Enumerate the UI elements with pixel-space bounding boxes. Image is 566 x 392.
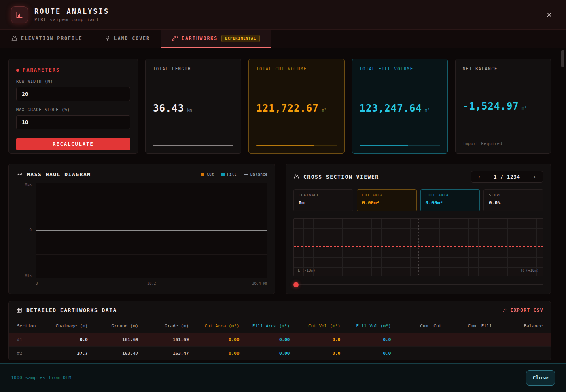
legend-label: Balance (250, 172, 267, 177)
stat-progress-bar (360, 145, 440, 146)
stat-value: 123,247.64 (360, 103, 422, 114)
chart-legend: Cut Fill Balance (201, 172, 267, 177)
right-axis-label: R (+10m) (521, 268, 539, 272)
x-tick-mid: 18.2 (147, 281, 156, 285)
stat-label: TOTAL LENGTH (153, 66, 233, 71)
modal-footer: 1000 samples from DEM Close (0, 363, 566, 392)
center-line (418, 219, 419, 276)
tab-label: EARTHWORKS (182, 36, 218, 41)
shovel-icon (172, 35, 178, 41)
slope-card: SLOPE 0.0% (483, 189, 543, 211)
mass-haul-panel: MASS HAUL DIAGRAM Cut Fill Balance Max 0… (8, 164, 275, 294)
parameters-panel: PARAMETERS ROW WIDTH (M) MAX GRADE SLOPE… (8, 59, 138, 154)
tab-bar: ELEVATION PROFILE LAND COVER EARTHWORKS … (0, 30, 566, 48)
modal-content: PARAMETERS ROW WIDTH (M) MAX GRADE SLOPE… (0, 48, 566, 363)
stat-label: NET BALANCE (463, 66, 543, 71)
table-row[interactable]: #2 37.7 163.47 163.47 0.00 0.00 0.0 0.0 … (9, 346, 551, 360)
earthworks-table-panel: DETAILED EARTHWORKS DATA EXPORT CSV Sect… (8, 301, 551, 360)
route-analysis-modal: ROUTE ANALYSIS PIRL saipem compliant ELE… (0, 0, 566, 392)
row-width-label: ROW WIDTH (M) (16, 79, 130, 84)
col-cum-cut: Cum. Cut (393, 319, 444, 333)
section-pager: ‹ 1 / 1234 › (471, 171, 543, 183)
stat-value: 121,722.67 (256, 103, 319, 114)
gridline (36, 254, 267, 255)
card-value: 0.00m² (362, 200, 411, 206)
stat-value: 36.43 (153, 103, 184, 114)
close-icon[interactable] (543, 9, 555, 21)
grade-line (294, 246, 543, 247)
mountain-icon (293, 174, 299, 180)
legend-cut: Cut (201, 172, 214, 177)
close-button[interactable]: Close (526, 370, 555, 386)
legend-label: Fill (227, 172, 237, 177)
slider-thumb[interactable] (293, 282, 299, 287)
max-grade-input[interactable] (16, 115, 130, 129)
tree-icon (104, 35, 110, 41)
col-chainage: Chainage (m) (40, 319, 90, 333)
card-label: SLOPE (489, 193, 538, 197)
mass-haul-chart: Max 0 Min 0 18.2 36.4 km (16, 183, 267, 287)
mountain-icon (11, 35, 17, 41)
gridline (36, 207, 267, 207)
experimental-badge: EXPERIMENTAL (221, 35, 260, 42)
left-axis-label: L (-10m) (298, 268, 315, 272)
col-fill-area: Fill Area (m²) (242, 319, 293, 333)
legend-label: Cut (207, 172, 214, 177)
recalculate-button[interactable]: RECALCULATE (16, 138, 130, 150)
y-tick-min: Min (25, 274, 32, 278)
next-section-button[interactable]: › (529, 174, 541, 180)
x-axis-labels: 0 18.2 36.4 km (36, 278, 267, 287)
cut-swatch-icon (201, 173, 204, 176)
row-width-input[interactable] (16, 87, 130, 101)
export-label: EXPORT CSV (511, 308, 543, 313)
cross-section-header: CROSS SECTION VIEWER ‹ 1 / 1234 › (293, 171, 543, 183)
fill-area-card: FILL AREA 0.00m² (420, 189, 480, 211)
red-dot-icon (16, 69, 19, 72)
tab-land-cover[interactable]: LAND COVER (93, 30, 161, 48)
table-column-headers: Section Chainage (m) Ground (m) Grade (m… (9, 319, 551, 333)
stat-total-fill-volume: TOTAL FILL VOLUME 123,247.64m³ (352, 59, 448, 154)
modal-header: ROUTE ANALYSIS PIRL saipem compliant (0, 0, 566, 30)
col-grade: Grade (m) (141, 319, 191, 333)
header-text: ROUTE ANALYSIS PIRL saipem compliant (34, 7, 109, 22)
legend-balance: Balance (244, 172, 267, 177)
parameters-title: PARAMETERS (16, 67, 130, 73)
stat-unit: m³ (425, 108, 430, 112)
chainage-slider[interactable] (293, 282, 543, 287)
trending-up-icon (16, 171, 23, 177)
stat-value: -1,524.97 (463, 101, 519, 112)
x-tick-end: 36.4 km (252, 281, 267, 285)
y-tick-max: Max (25, 183, 32, 187)
plot-area (36, 183, 267, 278)
tab-label: LAND COVER (114, 36, 150, 41)
col-ground: Ground (m) (90, 319, 141, 333)
stat-total-cut-volume: TOTAL CUT VOLUME 121,722.67m³ (248, 59, 344, 154)
stat-net-balance: NET BALANCE -1,524.97m³ Import Required (455, 59, 551, 154)
col-cut-vol: Cut Vol (m³) (293, 319, 343, 333)
parameters-title-label: PARAMETERS (23, 67, 60, 73)
table-row[interactable]: #1 0.0 161.69 161.69 0.00 0.00 0.0 0.0 –… (9, 333, 551, 346)
col-cum-fill: Cum. Fill (444, 319, 494, 333)
stat-unit: m³ (522, 106, 527, 110)
scrollbar-thumb[interactable] (561, 50, 564, 67)
table-grid-icon (16, 307, 22, 313)
slider-track[interactable] (293, 284, 543, 285)
cross-section-title: CROSS SECTION VIEWER (303, 174, 379, 180)
card-label: CUT AREA (362, 193, 411, 197)
tab-earthworks[interactable]: EARTHWORKS EXPERIMENTAL (161, 30, 271, 48)
stat-label: TOTAL CUT VOLUME (256, 66, 337, 71)
bar-chart-icon (15, 11, 23, 19)
y-tick-zero: 0 (30, 228, 32, 232)
stat-progress-bar (256, 145, 337, 146)
mass-haul-title: MASS HAUL DIAGRAM (27, 171, 91, 177)
samples-status: 1000 samples from DEM (11, 375, 72, 380)
page-subtitle: PIRL saipem compliant (34, 17, 109, 22)
card-value: 0m (299, 200, 348, 206)
download-icon (502, 308, 508, 313)
tab-elevation-profile[interactable]: ELEVATION PROFILE (0, 30, 93, 48)
prev-section-button[interactable]: ‹ (473, 174, 485, 180)
card-label: CHAINAGE (299, 193, 348, 197)
legend-fill: Fill (221, 172, 237, 177)
col-balance: Balance (494, 319, 545, 333)
export-csv-button[interactable]: EXPORT CSV (502, 308, 543, 313)
